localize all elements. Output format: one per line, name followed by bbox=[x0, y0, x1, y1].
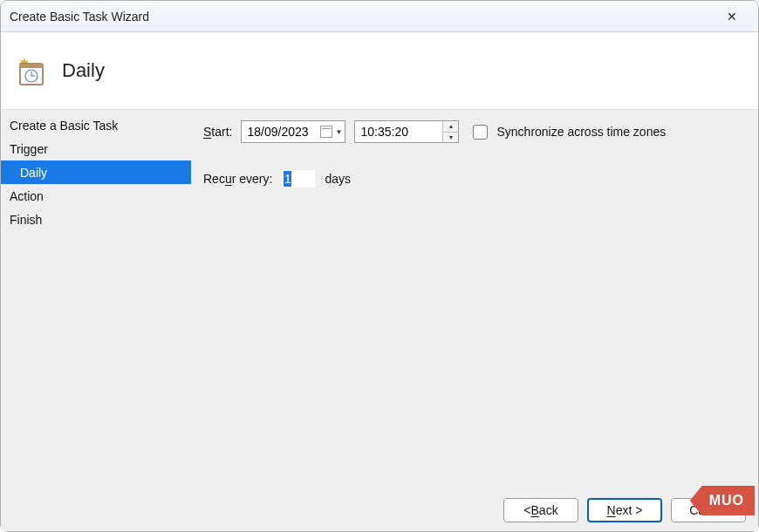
start-row: Start: 18/09/2023 ▼ 10:35:20 ▲ ▼ Synchro… bbox=[203, 120, 746, 143]
svg-rect-2 bbox=[20, 64, 43, 68]
header: Daily bbox=[1, 32, 758, 109]
start-date-input[interactable]: 18/09/2023 ▼ bbox=[241, 120, 345, 143]
calendar-icon bbox=[320, 126, 332, 138]
page-title: Daily bbox=[62, 59, 105, 82]
recur-value: 1 bbox=[284, 171, 291, 187]
wizard-steps-sidebar: Create a Basic Task Trigger Daily Action… bbox=[1, 110, 191, 531]
start-time-input[interactable]: 10:35:20 ▲ ▼ bbox=[354, 120, 459, 143]
start-label: Start: bbox=[203, 125, 232, 139]
body: Create a Basic Task Trigger Daily Action… bbox=[1, 109, 758, 531]
muo-watermark: MUO bbox=[690, 486, 755, 515]
scheduler-icon bbox=[15, 55, 46, 86]
back-button[interactable]: < Back bbox=[503, 498, 578, 522]
sync-timezones-checkbox[interactable] bbox=[473, 125, 488, 140]
recur-label: Recur every: bbox=[203, 172, 272, 186]
recur-unit-label: days bbox=[325, 172, 351, 186]
window-title: Create Basic Task Wizard bbox=[10, 10, 715, 24]
recur-every-input[interactable]: 1 bbox=[281, 169, 316, 188]
wizard-window: Create Basic Task Wizard ✕ Daily Create … bbox=[0, 0, 759, 532]
sidebar-item-create[interactable]: Create a Basic Task bbox=[1, 113, 191, 137]
spinner-down-icon[interactable]: ▼ bbox=[443, 132, 458, 143]
sidebar-item-finish[interactable]: Finish bbox=[1, 208, 191, 231]
sync-timezones-label: Synchronize across time zones bbox=[496, 125, 666, 139]
close-button[interactable]: ✕ bbox=[715, 4, 749, 29]
sidebar-item-daily[interactable]: Daily bbox=[1, 160, 191, 184]
next-button[interactable]: Next > bbox=[587, 498, 662, 522]
time-spinner: ▲ ▼ bbox=[442, 121, 458, 142]
close-icon: ✕ bbox=[727, 10, 737, 24]
recur-row: Recur every: 1 days bbox=[203, 169, 746, 188]
date-dropdown-icon[interactable]: ▼ bbox=[334, 128, 343, 136]
time-value: 10:35:20 bbox=[355, 121, 442, 142]
sidebar-item-action[interactable]: Action bbox=[1, 184, 191, 208]
date-value: 18/09/2023 bbox=[247, 125, 320, 139]
content: Start: 18/09/2023 ▼ 10:35:20 ▲ ▼ Synchro… bbox=[191, 110, 758, 531]
titlebar: Create Basic Task Wizard ✕ bbox=[1, 1, 758, 32]
sidebar-item-trigger[interactable]: Trigger bbox=[1, 137, 191, 160]
spinner-up-icon[interactable]: ▲ bbox=[443, 121, 458, 132]
